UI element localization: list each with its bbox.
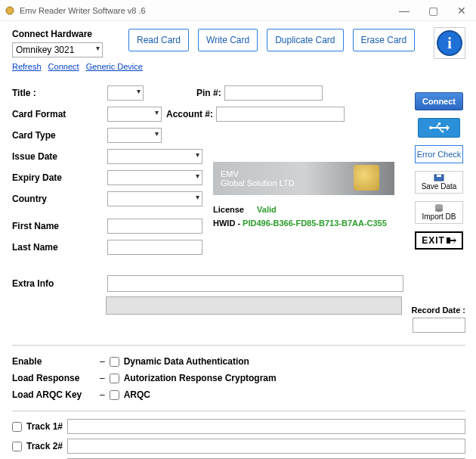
write-card-button[interactable]: Write Card — [198, 29, 258, 51]
track2-checkbox[interactable] — [12, 442, 22, 451]
first-name-input[interactable] — [107, 219, 202, 234]
issue-date-select[interactable] — [107, 149, 202, 164]
svg-point-2 — [429, 126, 432, 129]
info-button[interactable]: i — [434, 27, 465, 59]
save-data-button[interactable]: Save Data — [415, 171, 463, 194]
svg-point-0 — [6, 7, 14, 14]
dda-checkbox[interactable] — [110, 357, 119, 367]
title-select[interactable] — [107, 85, 144, 101]
track1-label: Track 1# — [26, 421, 63, 432]
generic-device-link[interactable]: Generic Device — [86, 62, 143, 71]
hwid-label: HWID - — [213, 219, 240, 228]
load-response-label: Load Response — [12, 373, 95, 383]
card-format-select[interactable] — [107, 107, 162, 122]
save-icon — [434, 174, 444, 181]
expiry-date-select[interactable] — [107, 170, 202, 185]
card-type-select[interactable] — [107, 128, 162, 143]
info-icon: i — [437, 30, 462, 56]
close-button[interactable]: ✕ — [447, 0, 476, 21]
duplicate-card-button[interactable]: Duplicate Card — [267, 29, 343, 51]
account-input[interactable] — [216, 107, 345, 122]
enable-label: Enable — [12, 356, 95, 367]
svg-rect-5 — [438, 123, 440, 125]
readonly-output — [106, 296, 402, 315]
load-arqc-label: Load ARQC Key — [12, 389, 95, 400]
database-icon — [434, 204, 444, 212]
card-format-label: Card Format — [12, 109, 74, 119]
erase-card-button[interactable]: Erase Card — [353, 29, 416, 51]
error-check-button[interactable]: Error Check — [415, 145, 463, 163]
arqc-checkbox[interactable] — [110, 390, 119, 400]
title-bar: Emv Reader Writer Software v8 .6 — ▢ ✕ — [0, 0, 476, 21]
extra-info-input[interactable] — [107, 275, 403, 292]
pin-label: Pin #: — [196, 88, 221, 98]
connect-link[interactable]: Connect — [48, 62, 79, 71]
window-title: Emv Reader Writer Software v8 .6 — [20, 6, 146, 15]
connect-button[interactable]: Connect — [415, 92, 463, 110]
account-label: Account #: — [166, 109, 213, 119]
svg-marker-3 — [447, 125, 450, 131]
arc-label: Autorization Response Cryptogram — [124, 373, 277, 383]
pin-input[interactable] — [224, 85, 323, 101]
license-status: Valid — [257, 205, 277, 214]
track1-checkbox[interactable] — [12, 422, 22, 432]
refresh-link[interactable]: Refresh — [12, 62, 42, 71]
hardware-device-select[interactable]: Omnikey 3021 — [12, 42, 103, 57]
first-name-label: First Name — [12, 221, 74, 231]
exit-arrow-icon — [446, 236, 456, 245]
hwid-value: PID496-B366-FD85-B713-B7AA-C355 — [243, 219, 387, 228]
issue-date-label: Issue Date — [12, 151, 74, 162]
svg-point-7 — [442, 131, 444, 133]
read-card-button[interactable]: Read Card — [128, 29, 189, 51]
app-icon — [5, 5, 15, 16]
country-label: Country — [12, 194, 74, 204]
record-date-label: Record Date : — [411, 305, 465, 315]
import-db-button[interactable]: Import DB — [415, 201, 463, 224]
svg-rect-9 — [437, 175, 441, 177]
arqc-label: ARQC — [124, 389, 150, 400]
card-type-label: Card Type — [12, 130, 74, 141]
track1-input[interactable] — [67, 419, 465, 434]
record-date-input[interactable] — [413, 318, 465, 333]
arc-checkbox[interactable] — [110, 374, 119, 383]
exit-button[interactable]: EXIT — [415, 231, 463, 250]
title-label: Title : — [12, 88, 74, 98]
extra-info-label: Extra Info — [12, 278, 74, 289]
last-name-input[interactable] — [107, 240, 202, 255]
svg-point-12 — [435, 209, 443, 212]
minimize-button[interactable]: — — [390, 0, 419, 21]
country-select[interactable] — [107, 191, 202, 206]
license-label: License — [213, 205, 244, 214]
usb-button[interactable] — [418, 118, 460, 138]
expiry-date-label: Expiry Date — [12, 172, 74, 183]
maximize-button[interactable]: ▢ — [419, 0, 447, 21]
dda-label: Dynamic Data Authentication — [124, 356, 249, 367]
chip-icon — [354, 165, 379, 191]
last-name-label: Last Name — [12, 242, 74, 253]
track2-input[interactable] — [67, 439, 465, 454]
emv-banner: EMV Global Solution LTD — [213, 162, 394, 195]
track2-label: Track 2# — [26, 441, 63, 451]
usb-icon — [428, 123, 450, 133]
